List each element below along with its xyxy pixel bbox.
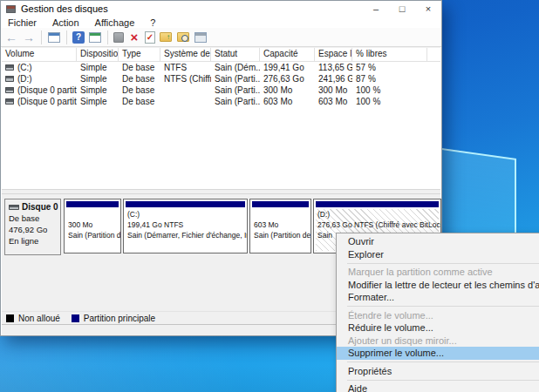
table-row[interactable]: (Disque 0 partition...SimpleDe baseSain … [2,84,440,96]
cell-text: 113,65 Go [318,63,352,72]
disk-name: Disque 0 [22,201,58,213]
table-cell: Sain (Parti... [211,97,260,106]
cell-text: 87 % [356,74,376,84]
legend-label: Non alloué [18,314,60,323]
table-cell: 300 Mo [315,85,352,95]
menu-item[interactable]: Ouvrir [337,235,539,248]
partition-label-line: 300 Mo [68,220,120,230]
close-button[interactable]: × [415,1,441,17]
back-icon[interactable]: ← [4,30,18,44]
partition-stripe [316,201,439,207]
legend-item: Partition principale [72,314,155,323]
table-cell: Simple [77,74,119,84]
delete-volume-icon[interactable]: × [127,30,141,44]
table-cell: 87 % [352,74,427,84]
cell-text: Sain (Parti... [215,74,260,84]
menu-item[interactable]: Explorer [337,248,539,261]
column-header[interactable]: Espace li... [315,48,352,61]
table-cell: 276,63 Go [260,74,315,84]
table-row[interactable]: (D:)SimpleDe baseNTFS (Chiffr...Sain (Pa… [2,73,440,84]
cell-text: (Disque 0 partition... [17,85,77,95]
table-cell: 199,41 Go [260,63,315,72]
table-cell: 57 % [352,63,427,72]
table-cell: (D:) [2,74,77,84]
properties-icon[interactable] [194,30,208,44]
partition-block[interactable]: (C:)199,41 Go NTFSSain (Démarrer, Fichie… [123,199,248,253]
menubar-item-affichage[interactable]: Affichage [88,17,144,28]
disk-info-box[interactable]: Disque 0 De base 476,92 Go En ligne [4,199,61,255]
column-header[interactable]: Capacité [260,48,315,61]
menubar-item-fichier[interactable]: Fichier [1,17,45,28]
toolbar-separator [41,30,42,44]
disk-type: De base [9,213,60,224]
column-header[interactable]: Type [119,48,160,61]
menu-item[interactable]: Formater... [337,291,539,304]
column-header[interactable]: Système de ... [160,48,211,61]
disk-size: 476,92 Go [9,224,60,235]
table-cell: 100 % [352,85,427,95]
legend-swatch [72,314,79,322]
partition-label-line: (C:) [127,209,247,220]
menu-separator [347,306,539,307]
table-row[interactable]: (Disque 0 partition...SimpleDe baseSain … [2,96,440,107]
cell-text: De base [122,74,154,84]
cell-text: Sain (Parti... [215,85,260,95]
help-icon[interactable]: ? [72,31,85,44]
find-folder-icon[interactable] [176,30,190,44]
cell-text: NTFS [164,63,187,72]
table-row[interactable]: (C:)SimpleDe baseNTFSSain (Dém...199,41 … [2,62,440,73]
folder-glyph [177,32,189,42]
table-cell: 113,65 Go [315,63,352,72]
partition-block[interactable]: 603 MoSain (Partition de r [249,199,311,253]
cell-text: 100 % [356,97,380,106]
context-menu: OuvrirExplorerMarquer la partition comme… [336,233,539,392]
legend-item: Non alloué [6,314,60,323]
menu-bar: FichierActionAffichage? [1,17,441,28]
console-window-icon[interactable] [47,30,61,44]
volume-icon [5,76,14,82]
window-title: Gestion des disques [21,3,108,14]
cell-text: (D:) [17,74,32,84]
cell-text: Simple [80,85,107,95]
window-title-bar[interactable]: Gestion des disques –□× [1,1,441,17]
open-folder-icon[interactable]: ↑ [159,30,173,44]
menu-item[interactable]: Modifier la lettre de lecteur et les che… [337,279,539,292]
partition-label-line: 199,41 Go NTFS [127,220,247,230]
console-window-icon-glyph [48,32,60,43]
table-cell: (Disque 0 partition... [2,97,77,106]
table-cell: 241,96 Go [315,74,352,84]
cell-text: De base [122,85,154,95]
column-header[interactable]: Volume [2,48,77,61]
menu-item: Marquer la partition comme active [337,266,539,279]
table-cell: 603 Mo [315,97,352,106]
folder-glyph: ↑ [160,32,172,42]
check-disk-icon[interactable]: ✓ [145,31,155,44]
forward-icon[interactable]: → [22,30,36,44]
minimize-button[interactable]: – [363,1,389,17]
cell-text: (C:) [17,63,32,72]
app-icon [6,5,16,13]
cell-text: 241,96 Go [318,74,352,84]
column-header[interactable]: % libres [352,48,427,61]
column-header[interactable]: Disposition [77,48,119,61]
cell-text: 603 Mo [263,97,292,106]
cell-text: 276,63 Go [263,74,304,84]
maximize-button[interactable]: □ [389,1,415,17]
console-tree-icon[interactable] [88,30,102,44]
toolbar-separator [66,30,67,44]
remote-action-icon[interactable] [113,32,124,43]
cell-text: 300 Mo [318,85,347,95]
table-cell: Simple [77,97,119,106]
table-cell: 300 Mo [260,85,315,95]
cell-text: Simple [80,63,107,72]
menu-item[interactable]: Aide [337,382,539,392]
menu-item[interactable]: Supprimer le volume... [337,347,539,360]
menu-item[interactable]: Réduire le volume... [337,321,539,335]
column-header[interactable]: Statut [211,48,260,61]
up-arrow-glyph: ↑ [167,34,170,41]
disk-icon [9,205,19,210]
menubar-item-help[interactable]: ? [143,17,164,28]
menu-item[interactable]: Propriétés [337,365,539,378]
partition-block[interactable]: 300 MoSain (Partition d [64,199,121,253]
menubar-item-action[interactable]: Action [45,17,88,28]
